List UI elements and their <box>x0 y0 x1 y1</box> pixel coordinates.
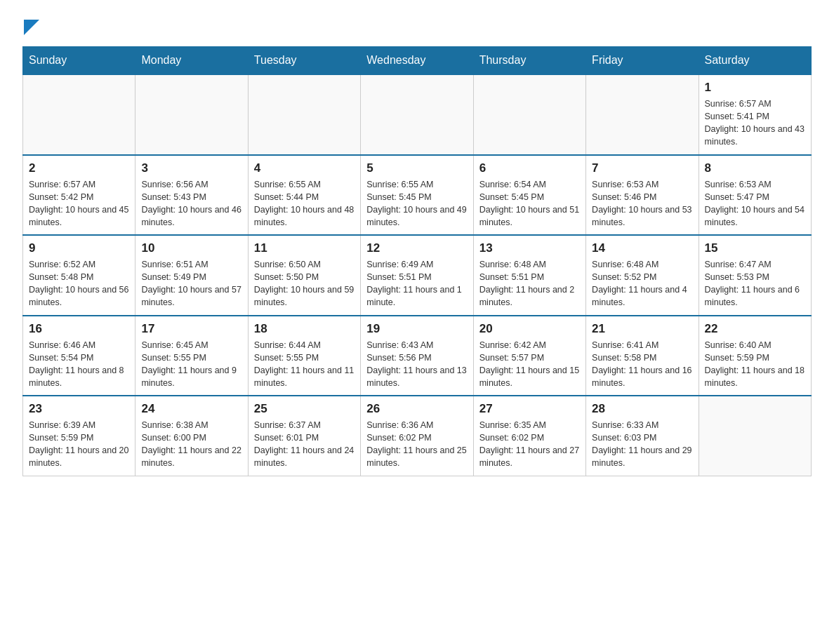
calendar-cell: 7Sunrise: 6:53 AMSunset: 5:46 PMDaylight… <box>586 155 699 236</box>
day-number: 8 <box>705 161 805 175</box>
day-info: Sunrise: 6:43 AMSunset: 5:56 PMDaylight:… <box>366 339 467 390</box>
weekday-header-tuesday: Tuesday <box>248 47 360 75</box>
week-row-1: 1Sunrise: 6:57 AMSunset: 5:41 PMDaylight… <box>23 74 812 155</box>
day-number: 24 <box>141 402 241 416</box>
day-number: 7 <box>592 161 692 175</box>
day-number: 16 <box>29 322 129 336</box>
day-info: Sunrise: 6:40 AMSunset: 5:59 PMDaylight:… <box>705 339 805 390</box>
calendar-cell: 15Sunrise: 6:47 AMSunset: 5:53 PMDayligh… <box>699 235 811 316</box>
calendar-cell <box>361 74 473 155</box>
calendar-cell: 3Sunrise: 6:56 AMSunset: 5:43 PMDaylight… <box>135 155 248 236</box>
day-number: 13 <box>479 241 580 255</box>
page-header <box>22 17 812 35</box>
day-number: 4 <box>254 161 355 175</box>
calendar-cell: 17Sunrise: 6:45 AMSunset: 5:55 PMDayligh… <box>135 316 248 396</box>
day-number: 23 <box>29 402 129 416</box>
day-number: 21 <box>592 322 692 336</box>
weekday-header-thursday: Thursday <box>473 47 585 75</box>
week-row-5: 23Sunrise: 6:39 AMSunset: 5:59 PMDayligh… <box>23 396 812 476</box>
day-info: Sunrise: 6:50 AMSunset: 5:50 PMDaylight:… <box>254 258 355 309</box>
weekday-header-friday: Friday <box>586 47 699 75</box>
day-info: Sunrise: 6:53 AMSunset: 5:46 PMDaylight:… <box>592 178 692 229</box>
calendar-cell: 26Sunrise: 6:36 AMSunset: 6:02 PMDayligh… <box>361 396 473 476</box>
day-info: Sunrise: 6:56 AMSunset: 5:43 PMDaylight:… <box>141 178 241 229</box>
calendar-cell: 2Sunrise: 6:57 AMSunset: 5:42 PMDaylight… <box>23 155 135 236</box>
day-number: 5 <box>366 161 467 175</box>
calendar-cell: 20Sunrise: 6:42 AMSunset: 5:57 PMDayligh… <box>473 316 585 396</box>
calendar-cell: 10Sunrise: 6:51 AMSunset: 5:49 PMDayligh… <box>135 235 248 316</box>
calendar-cell: 6Sunrise: 6:54 AMSunset: 5:45 PMDaylight… <box>473 155 585 236</box>
day-info: Sunrise: 6:57 AMSunset: 5:42 PMDaylight:… <box>29 178 129 229</box>
day-info: Sunrise: 6:57 AMSunset: 5:41 PMDaylight:… <box>705 98 805 149</box>
calendar-cell: 14Sunrise: 6:48 AMSunset: 5:52 PMDayligh… <box>586 235 699 316</box>
day-info: Sunrise: 6:54 AMSunset: 5:45 PMDaylight:… <box>479 178 580 229</box>
day-info: Sunrise: 6:45 AMSunset: 5:55 PMDaylight:… <box>141 339 241 390</box>
logo <box>22 17 39 35</box>
day-info: Sunrise: 6:46 AMSunset: 5:54 PMDaylight:… <box>29 339 129 390</box>
day-number: 17 <box>141 322 241 336</box>
day-info: Sunrise: 6:52 AMSunset: 5:48 PMDaylight:… <box>29 258 129 309</box>
calendar-cell: 28Sunrise: 6:33 AMSunset: 6:03 PMDayligh… <box>586 396 699 476</box>
calendar-cell: 21Sunrise: 6:41 AMSunset: 5:58 PMDayligh… <box>586 316 699 396</box>
calendar-cell: 22Sunrise: 6:40 AMSunset: 5:59 PMDayligh… <box>699 316 811 396</box>
day-info: Sunrise: 6:37 AMSunset: 6:01 PMDaylight:… <box>254 419 355 470</box>
calendar-cell: 19Sunrise: 6:43 AMSunset: 5:56 PMDayligh… <box>361 316 473 396</box>
week-row-2: 2Sunrise: 6:57 AMSunset: 5:42 PMDaylight… <box>23 155 812 236</box>
weekday-header-sunday: Sunday <box>23 47 135 75</box>
day-info: Sunrise: 6:42 AMSunset: 5:57 PMDaylight:… <box>479 339 580 390</box>
calendar-cell <box>23 74 135 155</box>
week-row-4: 16Sunrise: 6:46 AMSunset: 5:54 PMDayligh… <box>23 316 812 396</box>
calendar-table: SundayMondayTuesdayWednesdayThursdayFrid… <box>22 46 812 476</box>
calendar-cell: 16Sunrise: 6:46 AMSunset: 5:54 PMDayligh… <box>23 316 135 396</box>
day-number: 12 <box>366 241 467 255</box>
calendar-cell: 4Sunrise: 6:55 AMSunset: 5:44 PMDaylight… <box>248 155 360 236</box>
day-number: 11 <box>254 241 355 255</box>
day-number: 20 <box>479 322 580 336</box>
day-number: 18 <box>254 322 355 336</box>
day-number: 26 <box>366 402 467 416</box>
calendar-cell <box>586 74 699 155</box>
day-number: 10 <box>141 241 241 255</box>
day-number: 27 <box>479 402 580 416</box>
calendar-cell: 23Sunrise: 6:39 AMSunset: 5:59 PMDayligh… <box>23 396 135 476</box>
day-number: 25 <box>254 402 355 416</box>
day-info: Sunrise: 6:49 AMSunset: 5:51 PMDaylight:… <box>366 258 467 309</box>
calendar-cell: 27Sunrise: 6:35 AMSunset: 6:02 PMDayligh… <box>473 396 585 476</box>
day-info: Sunrise: 6:48 AMSunset: 5:52 PMDaylight:… <box>592 258 692 309</box>
calendar-cell: 5Sunrise: 6:55 AMSunset: 5:45 PMDaylight… <box>361 155 473 236</box>
weekday-header-saturday: Saturday <box>699 47 811 75</box>
svg-marker-0 <box>24 20 39 35</box>
calendar-cell: 9Sunrise: 6:52 AMSunset: 5:48 PMDaylight… <box>23 235 135 316</box>
day-info: Sunrise: 6:39 AMSunset: 5:59 PMDaylight:… <box>29 419 129 470</box>
day-number: 3 <box>141 161 241 175</box>
day-number: 1 <box>705 81 805 95</box>
day-number: 28 <box>592 402 692 416</box>
day-info: Sunrise: 6:41 AMSunset: 5:58 PMDaylight:… <box>592 339 692 390</box>
day-number: 9 <box>29 241 129 255</box>
calendar-cell: 1Sunrise: 6:57 AMSunset: 5:41 PMDaylight… <box>699 74 811 155</box>
calendar-cell: 12Sunrise: 6:49 AMSunset: 5:51 PMDayligh… <box>361 235 473 316</box>
weekday-header-monday: Monday <box>135 47 248 75</box>
calendar-header-row: SundayMondayTuesdayWednesdayThursdayFrid… <box>23 47 812 75</box>
day-info: Sunrise: 6:55 AMSunset: 5:45 PMDaylight:… <box>366 178 467 229</box>
day-info: Sunrise: 6:47 AMSunset: 5:53 PMDaylight:… <box>705 258 805 309</box>
calendar-cell <box>248 74 360 155</box>
day-number: 22 <box>705 322 805 336</box>
calendar-cell: 13Sunrise: 6:48 AMSunset: 5:51 PMDayligh… <box>473 235 585 316</box>
week-row-3: 9Sunrise: 6:52 AMSunset: 5:48 PMDaylight… <box>23 235 812 316</box>
day-number: 2 <box>29 161 129 175</box>
day-info: Sunrise: 6:48 AMSunset: 5:51 PMDaylight:… <box>479 258 580 309</box>
day-info: Sunrise: 6:44 AMSunset: 5:55 PMDaylight:… <box>254 339 355 390</box>
calendar-cell <box>135 74 248 155</box>
calendar-cell: 24Sunrise: 6:38 AMSunset: 6:00 PMDayligh… <box>135 396 248 476</box>
day-info: Sunrise: 6:55 AMSunset: 5:44 PMDaylight:… <box>254 178 355 229</box>
day-info: Sunrise: 6:36 AMSunset: 6:02 PMDaylight:… <box>366 419 467 470</box>
day-number: 6 <box>479 161 580 175</box>
day-info: Sunrise: 6:38 AMSunset: 6:00 PMDaylight:… <box>141 419 241 470</box>
calendar-cell: 25Sunrise: 6:37 AMSunset: 6:01 PMDayligh… <box>248 396 360 476</box>
day-info: Sunrise: 6:33 AMSunset: 6:03 PMDaylight:… <box>592 419 692 470</box>
day-number: 15 <box>705 241 805 255</box>
day-info: Sunrise: 6:53 AMSunset: 5:47 PMDaylight:… <box>705 178 805 229</box>
calendar-cell <box>699 396 811 476</box>
calendar-cell: 11Sunrise: 6:50 AMSunset: 5:50 PMDayligh… <box>248 235 360 316</box>
